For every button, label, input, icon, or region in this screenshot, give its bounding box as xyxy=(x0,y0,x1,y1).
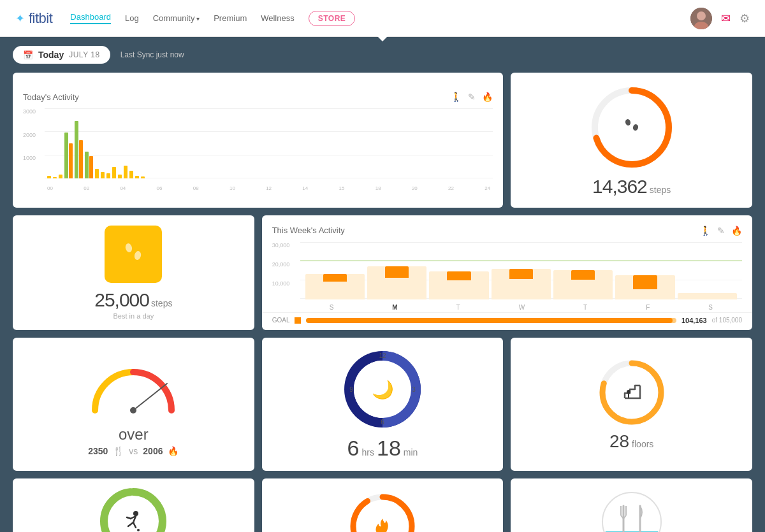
svg-line-27 xyxy=(128,522,133,526)
sleep-mins: 18 xyxy=(377,436,401,461)
weekly-share-icon[interactable]: 🔥 xyxy=(731,226,742,236)
svg-line-10 xyxy=(133,384,167,410)
date-badge[interactable]: 📅 Today JULY 18 xyxy=(13,46,110,64)
vs-label: vs xyxy=(129,446,138,456)
svg-text:🌙: 🌙 xyxy=(371,379,393,400)
today-bar-chart: 3000 2000 1000 xyxy=(13,106,503,196)
gauge-svg xyxy=(85,353,181,417)
avatar[interactable] xyxy=(690,8,712,29)
steps-count: 14,362 xyxy=(592,176,647,198)
nav-log[interactable]: Log xyxy=(125,13,139,23)
logo-text: fitbit xyxy=(29,10,52,27)
date-header: 📅 Today JULY 18 Last Sync just now xyxy=(13,46,752,64)
goal-value: 104,163 xyxy=(681,317,707,324)
floors-value-row: 28 floors xyxy=(609,431,653,452)
calories-burned-tile: 2,006 calories xyxy=(262,478,504,532)
y-label-1000: 1000 xyxy=(23,155,45,161)
bar-group-10 xyxy=(101,172,105,178)
logo[interactable]: ✦ fitbit xyxy=(15,10,52,27)
x-12: 12 xyxy=(266,185,272,191)
svg-point-31 xyxy=(137,529,140,531)
goal-progress-bg xyxy=(306,318,676,323)
goal-label: GOAL xyxy=(272,317,290,324)
bar-group-00 xyxy=(47,176,51,178)
nav-dashboard[interactable]: Dashboard xyxy=(70,12,111,24)
steps-icon xyxy=(619,115,645,140)
today-activity-tile: Today's Activity 🚶 ✎ 🔥 3000 2000 1000 xyxy=(13,73,503,208)
store-button[interactable]: STORE xyxy=(309,11,356,26)
weekly-bar-s2 xyxy=(678,293,737,299)
sleep-clock-svg: 12 3 6 9 🌙 xyxy=(341,348,424,431)
x-20: 20 xyxy=(412,185,418,191)
settings-icon[interactable]: ⚙ xyxy=(740,11,750,25)
messages-icon[interactable]: ✉ xyxy=(721,11,731,25)
x-10: 10 xyxy=(229,185,235,191)
food-tile: 654 cals left to eat xyxy=(511,478,752,532)
person-icon[interactable]: 🚶 xyxy=(451,92,462,102)
active-mins-icon xyxy=(120,508,146,532)
floors-unit: floors xyxy=(632,439,653,449)
weekly-bar-s1 xyxy=(305,274,365,299)
x-04: 04 xyxy=(120,185,126,191)
nav-links: Dashboard Log Community Premium Wellness… xyxy=(70,11,690,26)
active-mins-tile: 82 active mins Champ! xyxy=(13,478,254,532)
weekly-x-m: M xyxy=(392,304,397,311)
bar-group-02 xyxy=(53,177,57,178)
sleep-tile: 12 3 6 9 🌙 6 hrs 18 min xyxy=(262,338,504,471)
sync-status: Last Sync just now xyxy=(120,50,184,59)
svg-point-1 xyxy=(697,11,706,20)
nav-wellness[interactable]: Wellness xyxy=(261,13,295,23)
bar-group-12 xyxy=(112,167,116,178)
flame-icon: 🔥 xyxy=(168,446,178,456)
svg-point-21 xyxy=(627,390,630,394)
nav-premium[interactable]: Premium xyxy=(214,13,247,23)
calorie-burned: 2006 xyxy=(143,446,163,456)
bar-group-18 xyxy=(141,176,145,178)
weekly-x-w: W xyxy=(519,304,525,311)
weekly-activity-title: This Week's Activity xyxy=(272,226,345,235)
bar-group-09 xyxy=(95,169,99,178)
goal-progress-fill xyxy=(306,318,673,323)
footprint-svg xyxy=(117,235,149,273)
goal-row: GOAL 104,163 of 105,000 xyxy=(262,312,752,328)
sleep-mins-label: min xyxy=(404,447,418,457)
bar-group-14 xyxy=(124,166,127,178)
weekly-edit-icon[interactable]: ✎ xyxy=(717,226,725,236)
bar-group-15 xyxy=(129,171,133,178)
calorie-intake: 2350 xyxy=(88,446,108,456)
goal-dot xyxy=(295,317,301,324)
svg-line-28 xyxy=(133,522,136,528)
best-value-row: 25,000 steps xyxy=(94,289,172,311)
weekly-action-icons: 🚶 ✎ 🔥 xyxy=(700,226,742,236)
bar-group-04 xyxy=(59,175,62,178)
best-steps-count: 25,000 xyxy=(94,289,149,311)
weekly-x-s2: S xyxy=(708,304,713,311)
food-circle-svg xyxy=(597,487,667,532)
date-string: JULY 18 xyxy=(69,50,99,59)
x-22: 22 xyxy=(448,185,454,191)
sleep-hrs-label: hrs xyxy=(362,447,374,457)
sleep-hours: 6 xyxy=(347,436,360,461)
goal-total: of 105,000 xyxy=(712,317,742,324)
svg-point-7 xyxy=(125,243,133,253)
x-24: 24 xyxy=(484,185,490,191)
calorie-detail-row: 2350 🍴 vs 2006 🔥 xyxy=(88,446,178,456)
logo-icon: ✦ xyxy=(15,11,25,25)
svg-text:6: 6 xyxy=(381,419,384,426)
best-day-label: Best in a day xyxy=(113,312,154,320)
edit-icon[interactable]: ✎ xyxy=(468,92,476,102)
weekly-person-icon[interactable]: 🚶 xyxy=(700,226,711,236)
weekly-y-20k: 20,000 xyxy=(272,261,300,268)
x-14: 14 xyxy=(302,185,308,191)
weekly-bar-t2 xyxy=(553,270,613,299)
steps-value-row: 14,362 steps xyxy=(592,176,671,198)
x-18: 18 xyxy=(375,185,381,191)
steps-unit: steps xyxy=(650,185,671,195)
share-icon[interactable]: 🔥 xyxy=(482,92,493,102)
x-00: 00 xyxy=(47,185,53,191)
gauge-container xyxy=(85,353,181,417)
best-steps-unit: steps xyxy=(151,298,172,308)
nav-community[interactable]: Community xyxy=(153,13,200,23)
weekly-bar-w xyxy=(492,269,551,299)
best-day-icon-box xyxy=(105,226,162,283)
